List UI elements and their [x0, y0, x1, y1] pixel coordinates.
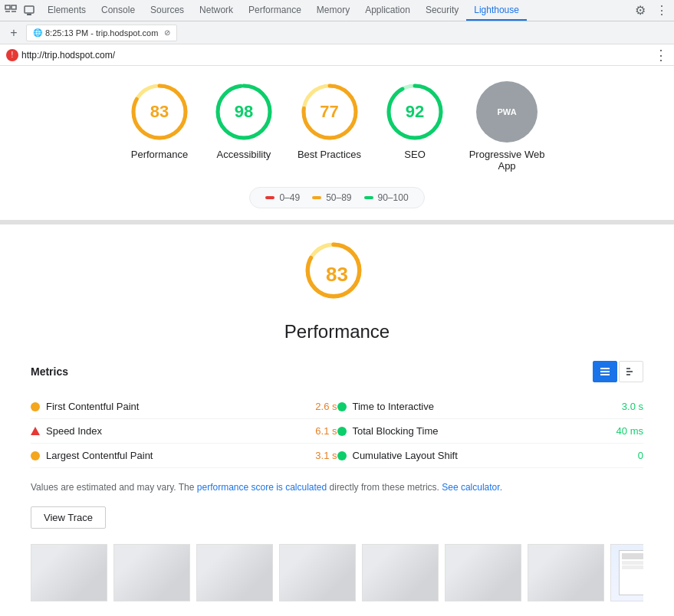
thumbnail-8	[610, 544, 643, 601]
metric-value-tti: 3.0 s	[622, 401, 643, 412]
metric-icon-si	[31, 427, 40, 435]
thumbnail-content-6	[445, 545, 521, 601]
legend-label-orange: 50–89	[326, 192, 351, 203]
metric-icon-tbt	[337, 427, 347, 436]
metric-name-tti: Time to Interactive	[353, 401, 616, 412]
metric-name-fcp: First Contentful Paint	[46, 401, 309, 412]
metric-tbt: Total Blocking Time 40 ms	[337, 419, 644, 444]
tab-lighthouse[interactable]: Lighthouse	[466, 0, 527, 21]
legend-dot-orange	[312, 196, 321, 199]
svg-rect-17	[600, 371, 610, 372]
url-menu-icon[interactable]: ⋮	[654, 47, 668, 64]
score-circle-performance: 83	[129, 81, 190, 143]
metric-fcp: First Contentful Paint 2.6 s	[31, 395, 337, 419]
tab-performance[interactable]: Performance	[241, 0, 309, 21]
devtools-right-controls: ⚙ ⋮	[631, 2, 671, 20]
score-label-performance: Performance	[131, 149, 188, 160]
score-value-accessibility: 98	[235, 102, 253, 122]
score-accessibility[interactable]: 98 Accessibility	[213, 81, 275, 172]
svg-rect-5	[27, 14, 31, 15]
svg-rect-1	[12, 5, 16, 9]
metrics-label: Metrics	[31, 365, 68, 378]
tab-sources[interactable]: Sources	[143, 0, 192, 21]
legend-green: 90–100	[364, 192, 409, 203]
score-label-pwa: Progressive Web App	[469, 149, 545, 172]
tab-favicon: 🌐	[33, 28, 42, 37]
metric-tti: Time to Interactive 3.0 s	[337, 395, 644, 419]
device-icon[interactable]	[21, 3, 37, 18]
score-best-practices[interactable]: 77 Best Practices	[298, 81, 361, 172]
performance-title: Performance	[31, 321, 643, 342]
scores-section: 83 Performance 98 Accessibility	[0, 66, 674, 224]
metrics-right-col: Time to Interactive 3.0 s Total Blocking…	[337, 395, 644, 468]
metrics-left-col: First Contentful Paint 2.6 s Speed Index…	[31, 395, 337, 468]
metric-icon-tti	[337, 402, 347, 411]
metric-icon-lcp	[31, 451, 40, 460]
toggle-list-view[interactable]	[593, 361, 617, 382]
thumbnail-content-5	[363, 545, 438, 601]
more-icon[interactable]: ⋮	[653, 2, 671, 20]
metric-value-fcp: 2.6 s	[315, 401, 337, 412]
legend-label-green: 90–100	[378, 192, 409, 203]
pwa-circle: PWA	[476, 81, 538, 143]
tab-elements[interactable]: Elements	[40, 0, 94, 21]
metric-name-lcp: Largest Contentful Paint	[46, 450, 309, 461]
svg-rect-4	[25, 6, 34, 13]
metric-value-tbt: 40 ms	[616, 425, 643, 437]
thumbnail-img-8	[611, 545, 643, 601]
metric-si: Speed Index 6.1 s	[31, 419, 337, 444]
perf-score-link[interactable]: performance score is calculated	[197, 482, 327, 493]
settings-icon[interactable]: ⚙	[631, 2, 649, 20]
thumbnail-1	[31, 544, 107, 601]
tab-network[interactable]: Network	[192, 0, 241, 21]
thumbnail-4	[279, 544, 356, 601]
browser-tab-bar: + 🌐 8:25:13 PM - trip.hodspot.com ⊘	[0, 21, 674, 44]
url-bar: ! http://trip.hodspot.com/ ⋮	[0, 44, 674, 66]
thumbnail-content-2	[114, 545, 189, 601]
performance-detail-section: 83 Performance Metrics	[0, 224, 674, 616]
thumbnail-7	[528, 544, 604, 601]
url-text[interactable]: http://trip.hodspot.com/	[21, 50, 651, 61]
score-legend: 0–49 50–89 90–100	[249, 187, 424, 208]
score-performance[interactable]: 83 Performance	[129, 81, 190, 172]
legend-dot-green	[364, 196, 373, 199]
tab-reload-icon[interactable]: ⊘	[164, 28, 170, 37]
metric-lcp: Largest Contentful Paint 3.1 s	[31, 444, 337, 468]
perf-big-circle: 83	[303, 240, 372, 309]
legend-red: 0–49	[265, 192, 300, 203]
thumbnail-6	[445, 544, 521, 601]
metric-name-cls: Cumulative Layout Shift	[353, 450, 632, 461]
view-trace-button[interactable]: View Trace	[31, 506, 106, 529]
metrics-grid: First Contentful Paint 2.6 s Speed Index…	[31, 395, 643, 468]
site-favicon: !	[6, 49, 18, 61]
tab-console[interactable]: Console	[94, 0, 143, 21]
metric-name-si: Speed Index	[46, 425, 309, 437]
score-label-accessibility: Accessibility	[217, 149, 271, 160]
tab-application[interactable]: Application	[357, 0, 418, 21]
score-circle-accessibility: 98	[213, 81, 275, 143]
perf-big-score: 83	[326, 263, 348, 287]
inspect-icon[interactable]	[3, 3, 18, 18]
score-value-seo: 92	[406, 102, 424, 122]
toggle-tree-view[interactable]	[619, 361, 643, 382]
metrics-note: Values are estimated and may vary. The p…	[31, 480, 643, 494]
thumbnail-content-4	[280, 545, 355, 601]
score-seo[interactable]: 92 SEO	[384, 81, 445, 172]
devtools-tab-bar: Elements Console Sources Network Perform…	[0, 0, 674, 21]
metric-value-cls: 0	[638, 450, 643, 461]
tab-memory[interactable]: Memory	[309, 0, 357, 21]
thumbnail-3	[196, 544, 273, 601]
devtools-tabs: Elements Console Sources Network Perform…	[40, 0, 631, 21]
pwa-icon-text: PWA	[498, 107, 517, 116]
score-value-best-practices: 77	[320, 102, 338, 122]
scores-row: 83 Performance 98 Accessibility	[129, 81, 545, 172]
tab-security[interactable]: Security	[418, 0, 466, 21]
metric-value-lcp: 3.1 s	[315, 450, 337, 461]
browser-tab[interactable]: 🌐 8:25:13 PM - trip.hodspot.com ⊘	[26, 25, 177, 41]
score-circle-best-practices: 77	[299, 81, 360, 143]
thumbnail-content-8	[619, 550, 643, 595]
new-tab-button[interactable]: +	[6, 25, 21, 41]
calculator-link[interactable]: See calculator.	[442, 482, 502, 493]
legend-orange: 50–89	[312, 192, 351, 203]
score-pwa[interactable]: PWA Progressive Web App	[469, 81, 545, 172]
